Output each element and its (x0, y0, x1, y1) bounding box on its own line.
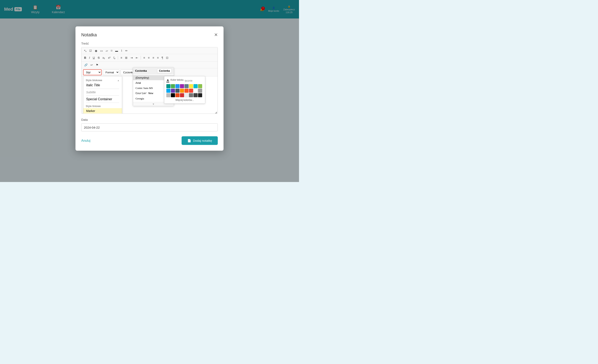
toolbar-align-justify[interactable]: ≡ (156, 56, 160, 60)
submit-label: Dodaj notatkę (193, 139, 212, 142)
toolbar-indent[interactable]: ⇥ (129, 56, 134, 60)
font-header-label: Czcionka (135, 69, 147, 72)
toolbar-selects-row: Styl Format Czcionka Rozmiar A ▾ A ▾ (82, 68, 217, 76)
scroll-up-arrow[interactable]: ▲ (117, 79, 119, 81)
color-grid (166, 84, 203, 97)
style-item-marker[interactable]: Marker (83, 108, 122, 113)
toolbar-bold[interactable]: B (83, 56, 87, 60)
data-section: Data (81, 118, 218, 131)
font-scroll-arrow[interactable]: ▼ (152, 103, 155, 105)
toolbar-hr-icon[interactable]: ▬ (114, 49, 119, 53)
color-swatch-19[interactable] (175, 93, 180, 97)
toolbar-row-2: B I U S x₂ x² Ix ≡ ⊞ ⇥ ⇤ ≡ ≡ ≡ ≡ ¶ ⊡ (82, 54, 217, 62)
color-swatch-6[interactable] (189, 84, 193, 88)
style-item-special-container: Special Container (86, 97, 112, 101)
color-swatch-3[interactable] (175, 84, 180, 88)
toolbar-unlink[interactable]: ↩ (90, 63, 94, 67)
color-swatch-22[interactable] (189, 93, 193, 97)
toolbar-row-1: ⁴ₐ ☑ ◉ ▭ ▱ ⌑ ▬ ⌇ ✏ (82, 48, 217, 54)
style-dropdown-scroll: Style blokowe ▲ Italic Title Subtitle Sp… (83, 76, 122, 113)
color-swatch-23[interactable] (193, 93, 198, 97)
toolbar-underline[interactable]: U (92, 56, 96, 60)
submit-button[interactable]: 📄 Dodaj notatkę (182, 136, 218, 145)
style-dropdown-panel: Style blokowe ▲ Italic Title Subtitle Sp… (83, 76, 122, 113)
style-divider-2 (86, 95, 119, 96)
style-item-italic-title[interactable]: Italic Title (83, 82, 122, 88)
toolbar-align-left[interactable]: ≡ (142, 56, 146, 60)
font-dropdown-header: Czcionka Czcionka (133, 67, 174, 74)
color-swatch-11[interactable] (175, 89, 180, 93)
treść-label: Treść (81, 42, 218, 45)
toolbar-format-icon[interactable]: ⁴ₐ (83, 49, 87, 53)
more-colors-link[interactable]: Więcej kolorów... (166, 98, 203, 101)
color-swatch-20[interactable] (180, 93, 184, 97)
toolbar-paragraph[interactable]: ¶ (161, 56, 164, 60)
toolbar-rounded-rect-icon[interactable]: ▱ (105, 49, 109, 53)
toolbar-link[interactable]: 🔗 (83, 63, 89, 67)
modal-header: Notatka ✕ (81, 32, 218, 38)
toolbar-table[interactable]: ⊡ (165, 56, 169, 60)
color-swatch-12[interactable] (180, 89, 184, 93)
color-swatch-15[interactable] (193, 89, 198, 93)
color-popup-title: Kolor tekstu (170, 78, 183, 81)
color-swatch-18[interactable] (171, 93, 175, 97)
color-swatch-9[interactable] (166, 89, 170, 93)
data-label: Data (81, 118, 218, 121)
toolbar-ordered-list[interactable]: ≡ (119, 56, 123, 60)
close-button[interactable]: ✕ (214, 33, 218, 37)
rich-text-editor: ⁴ₐ ☑ ◉ ▭ ▱ ⌑ ▬ ⌇ ✏ B I U S x₂ x² Ix ≡ ⊞ … (81, 47, 218, 114)
toolbar-align-center[interactable]: ≡ (147, 56, 150, 60)
modal-footer: Anuluj 📄 Dodaj notatkę (81, 136, 218, 145)
color-swatch-8[interactable] (198, 84, 202, 88)
toolbar-align-right[interactable]: ≡ (151, 56, 155, 60)
format-select[interactable]: Format (103, 69, 119, 75)
toolbar-flag[interactable]: ⚑ (95, 63, 100, 67)
editor-resize-handle[interactable]: ◢ (215, 111, 217, 113)
toolbar-clear-format[interactable]: Ix (112, 55, 116, 60)
toolbar-edit-icon[interactable]: ✏ (124, 49, 129, 53)
toolbar-italic[interactable]: I (88, 56, 91, 60)
color-swatch-16[interactable] (198, 89, 202, 93)
toolbar-input-icon[interactable]: ⌑ (110, 49, 113, 53)
style-item-subtitle[interactable]: Subtitle (83, 89, 122, 95)
color-swatch-2[interactable] (171, 84, 175, 88)
toolbar-unordered-list[interactable]: ⊞ (124, 56, 129, 60)
style-divider-1 (86, 89, 119, 89)
color-swatch-13[interactable] (184, 89, 189, 93)
toolbar-rect-icon[interactable]: ▭ (99, 49, 104, 53)
color-swatch-17[interactable] (166, 93, 170, 97)
style-group-block-label: Style blokowe ▲ (83, 77, 122, 82)
color-swatch-21[interactable] (184, 93, 189, 97)
style-divider-3 (86, 103, 119, 103)
color-swatch-5[interactable] (184, 84, 189, 88)
style-item-special-container-wrapper[interactable]: Special Container (83, 96, 122, 102)
color-popup-a-icon: A (166, 79, 169, 83)
color-popup-panel: A Kolor tekstu tycznie (164, 76, 205, 104)
toolbar-subscript[interactable]: x₂ (101, 56, 106, 60)
toolbar-checkbox-icon[interactable]: ☑ (88, 49, 93, 53)
color-popup-subtitle: tycznie (185, 79, 192, 82)
toolbar-radio-icon[interactable]: ◉ (94, 49, 98, 53)
toolbar-superscript[interactable]: x² (107, 56, 111, 60)
color-swatch-7[interactable] (193, 84, 198, 88)
submit-icon: 📄 (187, 139, 191, 142)
color-swatch-1[interactable] (166, 84, 170, 88)
style-select[interactable]: Styl (83, 69, 102, 75)
style-group-inline-label: Style liniowe (83, 103, 122, 108)
notatka-modal: Notatka ✕ Treść ⁴ₐ ☑ ◉ ▭ ▱ ⌑ ▬ ⌇ ✏ B I U… (75, 26, 224, 151)
toolbar-outdent[interactable]: ⇤ (135, 56, 139, 60)
color-swatch-10[interactable] (171, 89, 175, 93)
color-swatch-14[interactable] (189, 89, 193, 93)
date-input[interactable] (81, 123, 218, 131)
toolbar-column-icon[interactable]: ⌇ (120, 49, 123, 53)
font-active-label: Czcionka (157, 68, 172, 73)
color-swatch-4[interactable] (180, 84, 184, 88)
cancel-button[interactable]: Anuluj (81, 137, 90, 144)
toolbar-strikethrough[interactable]: S (97, 56, 100, 60)
color-swatch-24[interactable] (198, 93, 202, 97)
modal-title: Notatka (81, 32, 97, 38)
